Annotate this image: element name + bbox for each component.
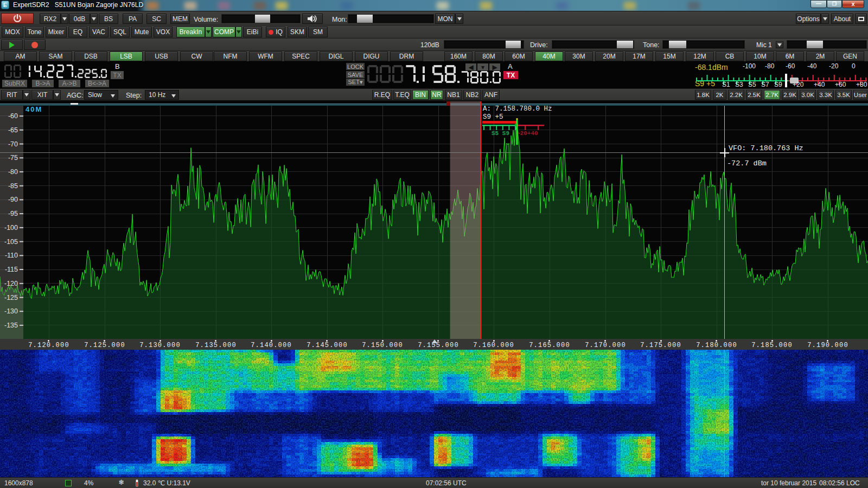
svg-text:+20+40: +20+40 [516,130,538,137]
svg-text:-90: -90 [8,196,18,203]
svg-text:S5 S9: S5 S9 [492,130,509,137]
svg-text:-125: -125 [4,294,18,301]
svg-text:-72.7 dBm: -72.7 dBm [727,159,767,168]
svg-text:-95: -95 [8,210,18,217]
svg-text:A: 7.158.780.0 Hz: A: 7.158.780.0 Hz [483,105,552,113]
svg-text:-70: -70 [8,140,18,148]
svg-text:-60: -60 [8,112,18,120]
svg-text:-130: -130 [4,307,18,315]
svg-text:VFO: 7.180.763 Hz: VFO: 7.180.763 Hz [729,144,803,152]
svg-text:-85: -85 [8,182,18,190]
svg-text:-120: -120 [4,280,18,287]
svg-text:S9 +5: S9 +5 [483,113,503,121]
svg-text:-75: -75 [8,154,18,162]
svg-text:-105: -105 [4,238,18,246]
svg-text:-65: -65 [8,126,18,134]
svg-text:-115: -115 [5,266,18,273]
svg-text:-110: -110 [5,252,18,259]
svg-text:40M: 40M [25,105,42,113]
svg-text:-135: -135 [4,322,18,329]
svg-text:-100: -100 [4,224,18,232]
svg-text:-80: -80 [8,168,18,176]
